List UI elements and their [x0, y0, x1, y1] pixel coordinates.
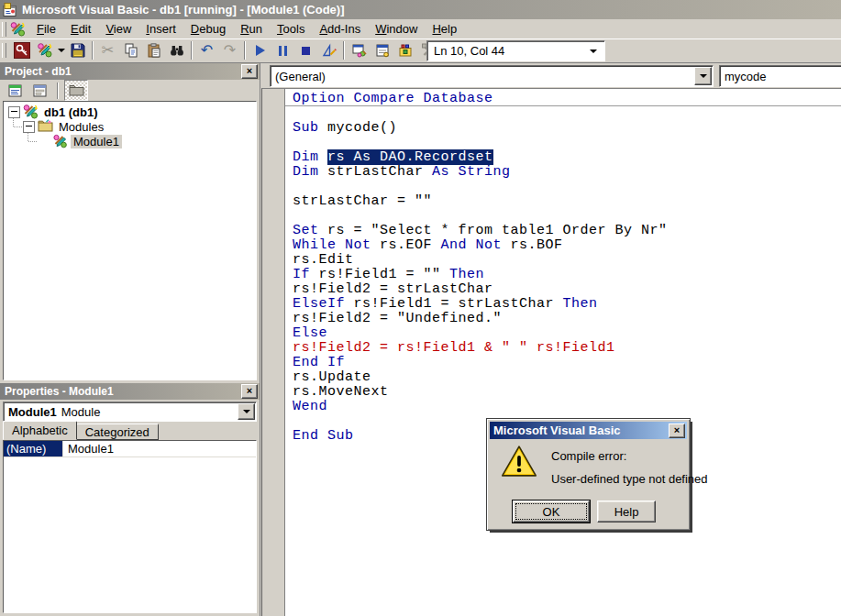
break-button[interactable] — [271, 39, 294, 61]
toolbar-separator — [343, 41, 345, 60]
insert-module-dropdown[interactable] — [56, 39, 66, 61]
cut-button[interactable]: ✂ — [96, 39, 119, 61]
menu-item-tools[interactable]: Tools — [270, 20, 312, 38]
module-tools-icon — [10, 22, 26, 37]
view-code-button[interactable] — [5, 81, 27, 100]
code-line: ElseIf rs!Field1 = strLastChar Then — [293, 297, 841, 312]
tree-item-label: db1 (db1) — [41, 105, 101, 119]
dialog-title-bar: Microsoft Visual Basic × — [490, 422, 687, 439]
chevron-down-icon — [58, 49, 65, 52]
menu-item-help[interactable]: Help — [425, 20, 464, 38]
procedure-dropdown-value: mycode — [720, 70, 841, 83]
code-line: End If — [293, 356, 841, 370]
run-button[interactable] — [249, 39, 271, 61]
insert-module-button[interactable] — [33, 39, 56, 61]
tab-categorized[interactable]: Categorized — [76, 424, 159, 440]
redo-arrow-icon: ↷ — [224, 43, 236, 58]
code-line — [293, 209, 841, 224]
insert-module-icon — [38, 43, 52, 58]
procedure-dropdown[interactable]: mycode — [719, 65, 841, 87]
compile-error-dialog: Microsoft Visual Basic × Compile error: … — [486, 418, 691, 531]
help-dialog-button[interactable]: Help — [597, 500, 656, 522]
code-line: rs!Field2 = rs!Field1 & " " rs!Field1 — [293, 341, 841, 356]
object-dropdown[interactable]: (General) — [270, 65, 714, 87]
code-line: While Not rs.EOF And Not rs.BOF — [293, 238, 841, 253]
undo-button[interactable]: ↶ — [195, 39, 218, 61]
tab-alphabetic[interactable]: Alphabetic — [3, 421, 77, 440]
menu-item-file[interactable]: File — [29, 20, 63, 38]
code-line: Dim strLastChar As String — [293, 165, 841, 180]
view-object-icon — [33, 84, 48, 97]
cursor-position-combobox[interactable]: Ln 10, Col 44 — [426, 40, 605, 61]
view-microsoft-access-button[interactable] — [10, 39, 33, 61]
design-mode-button[interactable] — [317, 39, 340, 61]
toolbar-separator — [57, 82, 59, 99]
toggle-folders-button[interactable] — [64, 80, 88, 101]
reset-button[interactable] — [294, 39, 317, 61]
project-panel-close-button[interactable]: × — [241, 64, 258, 79]
tree-collapse-box[interactable] — [8, 106, 20, 118]
paste-button[interactable] — [142, 39, 165, 61]
toolbar-separator — [191, 41, 193, 60]
module-icon — [52, 134, 68, 148]
code-line — [293, 106, 841, 121]
object-dropdown-value: (General) — [271, 70, 694, 83]
menu-item-insert[interactable]: Insert — [138, 20, 183, 38]
cursor-position-value: Ln 10, Col 44 — [427, 44, 590, 58]
menu-grip-handle[interactable] — [2, 22, 6, 37]
properties-sheet-icon — [375, 43, 390, 58]
code-line: Set rs = "Select * from table1 Order By … — [293, 224, 841, 238]
redo-button[interactable]: ↷ — [218, 39, 241, 61]
tree-item-modules[interactable]: Modules — [4, 119, 256, 134]
property-row: (Name)Module1 — [4, 441, 256, 457]
menu-item-addins[interactable]: Add-Ins — [312, 20, 368, 38]
code-line: Else — [293, 326, 841, 341]
ok-button[interactable]: OK — [513, 500, 590, 522]
project-panel-title: Project - db1 — [5, 65, 72, 78]
properties-panel-close-button[interactable]: × — [241, 384, 258, 399]
toolbar-separator — [92, 41, 94, 60]
project-panel-header: Project - db1 × — [0, 63, 260, 80]
project-explorer-panel: Project - db1 × — [0, 63, 260, 383]
clipboard-icon — [147, 43, 161, 58]
property-value-cell[interactable]: Module1 — [63, 442, 118, 456]
toolbar-separator — [244, 41, 246, 60]
menu-item-window[interactable]: Window — [368, 20, 425, 38]
selected-object-type: Module — [57, 405, 101, 419]
tree-item-db1db1[interactable]: db1 (db1) — [4, 104, 256, 119]
code-margin-indicator-bar[interactable] — [262, 89, 285, 616]
object-browser-button[interactable] — [393, 39, 416, 61]
scissors-icon: ✂ — [102, 43, 114, 58]
properties-panel-title: Properties - Module1 — [5, 385, 114, 398]
vb-ide-window: Microsoft Visual Basic - db1 [running] -… — [0, 0, 841, 616]
window-title: Microsoft Visual Basic - db1 [running] -… — [22, 3, 345, 16]
project-icon — [23, 104, 39, 119]
save-button[interactable] — [66, 39, 89, 61]
combo-dropdown-button[interactable] — [694, 67, 712, 85]
copy-icon — [124, 43, 138, 58]
menu-item-run[interactable]: Run — [233, 20, 270, 38]
properties-window-button[interactable] — [371, 39, 393, 61]
menu-items: FileEditViewInsertDebugRunToolsAdd-InsWi… — [29, 22, 464, 36]
dialog-close-button[interactable]: × — [669, 424, 685, 438]
menu-item-debug[interactable]: Debug — [183, 20, 233, 38]
combo-dropdown-button[interactable] — [238, 403, 255, 420]
view-object-button[interactable] — [29, 81, 51, 100]
copy-button[interactable] — [119, 39, 142, 61]
property-name-cell[interactable]: (Name) — [4, 441, 63, 456]
pause-icon — [279, 46, 287, 56]
tree-item-module1[interactable]: Module1 — [4, 134, 256, 148]
menu-item-view[interactable]: View — [98, 20, 138, 38]
object-selector-combobox[interactable]: Module1 Module — [3, 402, 257, 422]
toolbar-grip-handle[interactable] — [2, 43, 6, 58]
project-tree: db1 (db1)ModulesModule1 — [3, 101, 257, 380]
chevron-down-icon — [243, 410, 250, 413]
tree-item-label: Modules — [56, 120, 106, 134]
find-button[interactable] — [165, 39, 188, 61]
menu-item-edit[interactable]: Edit — [63, 20, 98, 38]
project-explorer-button[interactable] — [348, 39, 371, 61]
standard-toolbar: ✂ ↶ ↷ — [0, 38, 841, 63]
access-key-icon — [14, 42, 30, 59]
tree-collapse-box[interactable] — [23, 121, 35, 133]
code-editor[interactable]: Option Compare Database Sub mycode() Dim… — [285, 89, 841, 616]
